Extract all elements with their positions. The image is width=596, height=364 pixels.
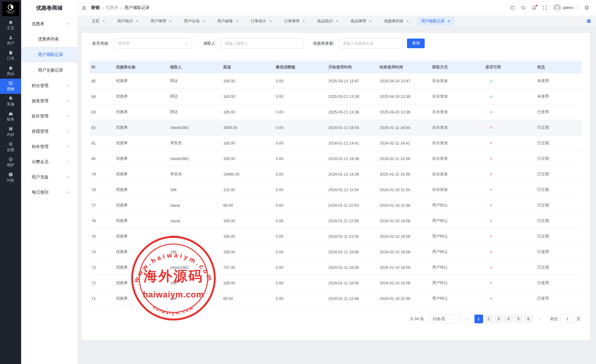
cross-icon [485, 141, 535, 145]
tab-close-icon[interactable]: ✕ [369, 19, 372, 23]
page-button[interactable]: 4 [504, 315, 513, 323]
table-row[interactable]: 72 优惠券 166 185.00 0.00 2024-01-11 18:08 … [90, 275, 582, 291]
cell-usable [483, 172, 535, 176]
tab-close-icon[interactable]: ✕ [236, 19, 238, 23]
tab-close-icon[interactable]: ✕ [269, 19, 272, 23]
tab-close-icon[interactable]: ✕ [336, 19, 339, 23]
sidebar-group[interactable]: 抽奖管理 [21, 93, 77, 108]
table-row[interactable]: 71 优惠券 166 69.00 0.00 2024-01-11 22:48 2… [90, 291, 582, 306]
tab-close-icon[interactable]: ✕ [136, 19, 138, 23]
user-menu[interactable]: admin [553, 4, 578, 12]
tab-close-icon[interactable]: ✕ [302, 19, 305, 23]
sidebar-group-label: 每日签到 [32, 190, 49, 195]
tab-overview-grid-icon[interactable] [587, 19, 591, 23]
rail-item[interactable]: ? 问卷 [0, 170, 21, 185]
table-row[interactable]: 75 优惠券 ziazia 185.00 0.00 2024-01-11 23:… [90, 229, 582, 244]
sidebar-group[interactable]: 砍价管理 [21, 108, 77, 124]
sidebar-group[interactable]: 优惠券 [21, 16, 77, 31]
table-row[interactable]: 74 优惠券 166 185.00 0.00 2024-01-11 18:06 … [90, 244, 582, 260]
sidebar-group[interactable]: 用户充值 [21, 169, 77, 185]
page-button[interactable]: 5 [514, 315, 523, 323]
sidebar-group[interactable]: 秒杀管理 [21, 139, 77, 154]
table-row[interactable]: 79 优惠券 李世杰 19495.00 0.00 2024-01-12 14:3… [90, 167, 582, 182]
tab-close-icon[interactable]: ✕ [406, 19, 409, 23]
receiver-input[interactable] [225, 41, 299, 46]
goto-page-input[interactable] [561, 315, 574, 323]
sidebar-sub-item[interactable]: 用户领取记录 [21, 47, 77, 62]
tab[interactable]: 用户标签 ✕ [213, 17, 243, 26]
table-row[interactable]: 81 优惠券 李世杰 185.00 0.00 2024-01-12 14:41 … [90, 136, 582, 151]
next-page-icon[interactable]: › [536, 315, 545, 323]
rail-item[interactable]: 订单 [0, 48, 21, 63]
refresh-icon[interactable] [510, 5, 515, 10]
notification-bell-icon[interactable] [532, 5, 537, 10]
rail-item[interactable]: 主页 [0, 18, 21, 33]
sidebar-group[interactable]: 积分管理 [21, 78, 77, 93]
breadcrumb-mid[interactable]: 优惠券 [106, 5, 118, 11]
tab[interactable]: 用户领取记录 ✕ [417, 17, 455, 26]
tab[interactable]: 用户分组 ✕ [179, 17, 210, 26]
sidebar-sub-item[interactable]: 优惠券列表 [21, 31, 77, 47]
cell-min-spend: 0.00 [274, 265, 326, 270]
cell-id: 78 [90, 188, 114, 192]
search-icon[interactable] [521, 5, 526, 10]
cell-start-time: 2024-01-11 18:08 [326, 281, 378, 285]
tab-close-icon[interactable]: ✕ [447, 19, 450, 23]
tab[interactable]: 主页 ✕ [87, 17, 110, 26]
cell-start-time: 2025-03-21 13:39 [326, 94, 378, 99]
sidebar-group[interactable]: 拼团管理 [21, 124, 77, 139]
brand-logo[interactable]: AMERICAN DREAM [2, 2, 19, 16]
table-row[interactable]: 80 优惠券 chenli1982 185.00 0.00 2024-01-12… [90, 151, 582, 167]
tab[interactable]: 订单统计 ✕ [246, 17, 276, 26]
rail-item[interactable]: 客服 [0, 94, 21, 109]
cell-receiver: chenli1982 [168, 265, 221, 270]
table-row[interactable]: 78 优惠券 166 131.00 0.00 2024-01-12 11:54 … [90, 182, 582, 198]
collapse-menu-icon[interactable] [81, 5, 87, 11]
page-button[interactable]: 2 [484, 315, 493, 323]
table-row[interactable]: 85 优惠券 阿达 185.00 0.00 2025-03-21 13:47 2… [90, 73, 582, 89]
rail-item[interactable]: 设置 [0, 140, 21, 155]
page-button[interactable]: 3 [494, 315, 503, 323]
page-size-select[interactable]: 15条/页 [429, 315, 460, 323]
tab-close-icon[interactable]: ✕ [169, 19, 172, 23]
rail-item[interactable]: 内容 [0, 124, 21, 140]
tab[interactable]: 订单管理 ✕ [279, 17, 310, 26]
table-row[interactable]: 77 优惠券 ziazia 69.00 0.00 2024-01-11 22:5… [90, 198, 582, 213]
chevron-down-icon [66, 99, 69, 103]
rail-item[interactable]: 维护 [0, 155, 21, 170]
receiver-input-wrap [221, 38, 303, 48]
tab-bar: 主页 ✕ 用户统计 ✕ 用户管理 ✕ 用户分组 ✕ 用户标签 ✕ 订单统计 ✕ … [78, 16, 596, 27]
rail-item-label: 内容 [7, 132, 14, 137]
tab[interactable]: 商品管理 ✕ [346, 17, 377, 26]
prev-page-icon[interactable]: ‹ [463, 315, 471, 323]
sidebar-group[interactable]: 付费会员 [21, 154, 77, 169]
table-row[interactable]: 73 优惠券 chenli1982 737.00 0.00 2024-01-11… [90, 260, 582, 275]
page-button[interactable]: 6 [524, 315, 533, 323]
rail-item[interactable]: 营销 [0, 79, 21, 94]
breadcrumb-root[interactable]: 营销 [91, 5, 99, 11]
rail-item[interactable]: 商品 [0, 63, 21, 79]
tab[interactable]: 商品统计 ✕ [313, 17, 343, 26]
cell-value: 69.00 [221, 297, 274, 301]
rail-item[interactable]: 财务 [0, 109, 21, 124]
cell-coupon-name: 优惠券 [114, 203, 168, 208]
tab[interactable]: 优惠券列表 ✕ [379, 17, 414, 26]
tab-close-icon[interactable]: ✕ [202, 19, 205, 23]
sidebar-sub-item[interactable]: 用户兑换记录 [21, 62, 77, 78]
rail-item[interactable]: 用户 [0, 33, 21, 48]
fullscreen-icon[interactable] [543, 5, 547, 10]
table-row[interactable]: 82 优惠券 chenli1982 3000.00 0.00 2024-01-1… [90, 120, 582, 136]
valid-select[interactable]: 请选择 [114, 38, 192, 48]
tab-close-icon[interactable]: ✕ [102, 19, 105, 23]
sidebar-group[interactable]: 每日签到 [21, 185, 77, 200]
settings-gear-icon[interactable] [584, 5, 589, 10]
tab[interactable]: 用户统计 ✕ [113, 17, 143, 26]
coupon-search-input[interactable] [343, 41, 399, 46]
rail-item-label: 客服 [7, 102, 14, 107]
page-button[interactable]: 1 [474, 315, 483, 323]
table-row[interactable]: 83 优惠券 阿达 185.00 0.00 2025-03-21 13:36 2… [90, 104, 582, 120]
table-row[interactable]: 84 优惠券 阿达 185.00 0.00 2025-03-21 13:39 2… [90, 89, 582, 104]
tab[interactable]: 用户管理 ✕ [146, 17, 176, 26]
table-row[interactable]: 76 优惠券 ziazia 185.00 0.00 2024-01-11 22:… [90, 213, 582, 229]
search-button[interactable]: 查询 [407, 39, 425, 48]
